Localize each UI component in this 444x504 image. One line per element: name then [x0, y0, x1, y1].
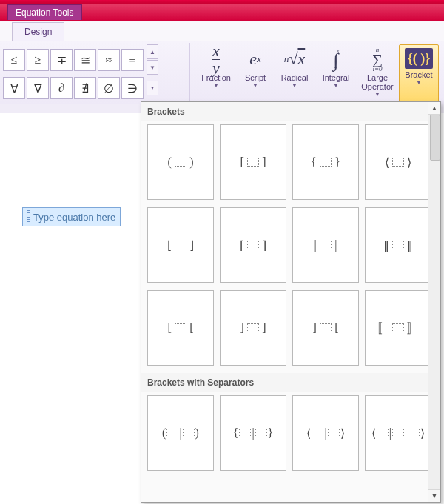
symbols-group: ≤ ≥ ∓ ≅ ≈ ≡ ▲ ▼ ∀ ∇ ∂ ∄ ∅ ∋ ▾ [0, 43, 190, 104]
bracket-angle-sep3[interactable]: ⟨||⟩ [365, 395, 428, 471]
equation-placeholder-text: Type equation here [33, 212, 115, 223]
bracket-vbar[interactable]: | | [292, 207, 359, 283]
chevron-down-icon: ▼ [416, 79, 422, 86]
bracket-curly-sep[interactable]: {|} [220, 395, 286, 471]
large-operator-icon: n ∑ i=0 [372, 47, 383, 72]
chevron-down-icon: ▼ [374, 91, 380, 98]
chevron-down-icon: ▼ [333, 82, 339, 89]
bracket-ceil[interactable]: ⌈ ⌉ [220, 207, 286, 283]
bracket-button[interactable]: {( )} Bracket ▼ [399, 44, 439, 104]
large-operator-button[interactable]: n ∑ i=0 Large Operator ▼ [357, 44, 397, 104]
symbol-forall[interactable]: ∀ [3, 77, 25, 99]
fraction-button[interactable]: xy Fraction ▼ [196, 44, 236, 104]
fraction-label: Fraction [201, 72, 231, 82]
radical-button[interactable]: n√x Radical ▼ [275, 44, 314, 104]
symbol-equiv[interactable]: ≡ [121, 49, 144, 71]
gallery-section-brackets: Brackets [141, 102, 428, 121]
scroll-thumb[interactable] [430, 115, 440, 161]
equation-tools-tab[interactable]: Equation Tools [7, 4, 82, 20]
symbols-scroll-down[interactable]: ▼ [147, 60, 158, 75]
large-operator-label: Large Operator [361, 72, 393, 91]
symbol-leq[interactable]: ≤ [3, 49, 25, 71]
bracket-paren[interactable]: ( ) [147, 124, 214, 200]
equation-placeholder-box[interactable]: Type equation here [22, 207, 121, 226]
scroll-down-button[interactable]: ▼ [428, 489, 440, 502]
gallery-grid-separators: (|) {|} ⟨|⟩ ⟨||⟩ [141, 392, 428, 478]
gallery-grid-brackets: ( ) [ ] { } ⟨ ⟩ ⌊ ⌋ ⌈ ⌉ | | ‖ ‖ [ [ ] ] … [141, 121, 428, 373]
gallery-scrollbar[interactable]: ▲ ▼ [428, 102, 440, 502]
radical-icon: n√x [284, 47, 305, 72]
bracket-dblvbar[interactable]: ‖ ‖ [365, 207, 428, 283]
bracket-gallery-dropdown: Brackets ( ) [ ] { } ⟨ ⟩ ⌊ ⌋ ⌈ ⌉ | | ‖ ‖… [141, 101, 441, 503]
symbol-partial[interactable]: ∂ [50, 77, 73, 99]
bracket-angle[interactable]: ⟨ ⟩ [365, 124, 428, 200]
bracket-square[interactable]: [ ] [220, 124, 286, 200]
integral-label: Integral [323, 72, 350, 82]
integral-icon: ∫x-x [333, 47, 338, 72]
symbol-mp[interactable]: ∓ [50, 49, 73, 71]
tab-design[interactable]: Design [12, 22, 64, 41]
scroll-up-button[interactable]: ▲ [428, 102, 440, 115]
bracket-angle-sep[interactable]: ⟨|⟩ [292, 395, 359, 471]
bracket-dblsquare[interactable]: 〚 〛 [365, 290, 428, 366]
symbol-nabla[interactable]: ∇ [27, 77, 49, 99]
symbol-emptyset[interactable]: ∅ [98, 77, 120, 99]
symbols-more[interactable]: ▾ [147, 81, 158, 95]
symbol-ni[interactable]: ∋ [121, 77, 144, 99]
symbols-row-2: ∀ ∇ ∂ ∄ ∅ ∋ ▾ [3, 77, 186, 99]
script-icon: ex [249, 47, 261, 72]
chevron-down-icon: ▼ [292, 82, 297, 89]
radical-label: Radical [281, 72, 309, 82]
chevron-down-icon: ▼ [252, 82, 258, 89]
bracket-open-open[interactable]: [ [ [147, 290, 214, 366]
bracket-close-open[interactable]: ] [ [292, 290, 359, 366]
fraction-icon: xy [212, 47, 220, 72]
symbol-nexists[interactable]: ∄ [74, 77, 96, 99]
symbol-approx[interactable]: ≈ [98, 49, 120, 71]
symbol-cong[interactable]: ≅ [74, 49, 96, 71]
bracket-label: Bracket [405, 69, 432, 79]
drag-grip-icon[interactable] [27, 210, 30, 224]
bracket-curly[interactable]: { } [292, 124, 359, 200]
bracket-icon: {( )} [405, 48, 433, 69]
contextual-tab-strip: Equation Tools [0, 4, 444, 21]
structures-group: xy Fraction ▼ ex Script ▼ n√x Radical ▼ … [190, 43, 442, 104]
bracket-close-close[interactable]: ] ] [220, 290, 286, 366]
integral-button[interactable]: ∫x-x Integral ▼ [316, 44, 356, 104]
script-button[interactable]: ex Script ▼ [238, 44, 273, 104]
bracket-floor[interactable]: ⌊ ⌋ [147, 207, 214, 283]
chevron-down-icon: ▼ [213, 82, 219, 89]
gallery-section-separators: Brackets with Separators [141, 373, 428, 392]
symbols-scroll-up[interactable]: ▲ [147, 44, 158, 59]
ribbon-body: ≤ ≥ ∓ ≅ ≈ ≡ ▲ ▼ ∀ ∇ ∂ ∄ ∅ ∋ ▾ xy [0, 41, 444, 104]
ribbon-tab-row: Design [0, 21, 444, 41]
script-label: Script [245, 72, 266, 82]
bracket-paren-sep[interactable]: (|) [147, 395, 214, 471]
symbols-row-1: ≤ ≥ ∓ ≅ ≈ ≡ ▲ ▼ [3, 44, 186, 75]
symbol-geq[interactable]: ≥ [27, 49, 49, 71]
